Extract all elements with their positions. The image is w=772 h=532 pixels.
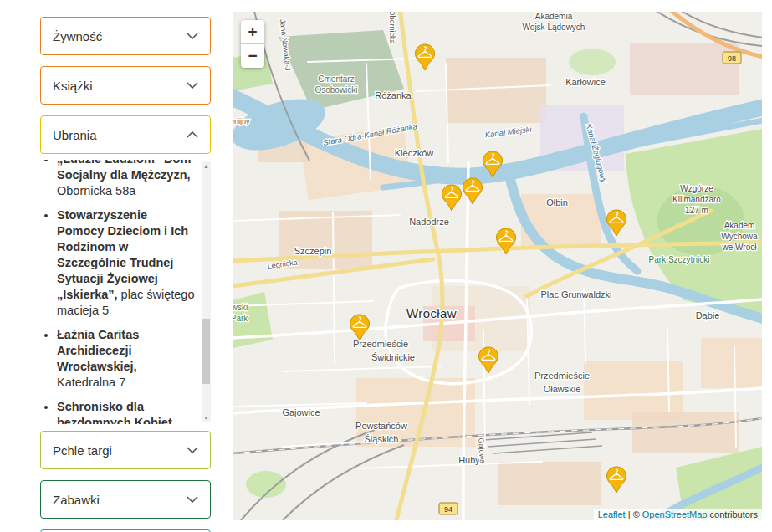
attribution-suffix: contributors [707, 509, 758, 519]
category-zywnosc[interactable]: Żywność [40, 17, 211, 55]
scroll-down-arrow-icon[interactable] [202, 413, 211, 422]
map-label: Karłowice [565, 77, 606, 87]
map-label-street: Jana Nowaka-J [279, 18, 292, 71]
map-label-street: Obornicka [388, 12, 396, 44]
map-label: Różanka [375, 90, 412, 100]
zoom-control: + − [241, 20, 264, 68]
clothing-marker[interactable] [414, 43, 436, 71]
clothes-hanger-icon [606, 466, 627, 494]
clothing-marker[interactable] [478, 346, 499, 374]
zoom-in-button[interactable]: + [241, 20, 264, 44]
zoom-out-button[interactable]: − [241, 44, 264, 68]
map-label: Nadodrze [409, 217, 449, 227]
clothing-marker[interactable] [349, 314, 371, 341]
category-label: Zabawki [53, 493, 100, 507]
clothes-hanger-icon [495, 228, 517, 255]
map-label: Park Szczytnicki [649, 255, 710, 264]
location-item[interactable]: „Ludzie Ludziom” Dom Socjalny dla Mężczy… [57, 160, 196, 199]
clothes-hanger-icon [414, 43, 436, 71]
category-label: Ubrania [53, 128, 97, 142]
clothes-hanger-icon [478, 346, 499, 374]
category-label: Żywność [53, 29, 102, 43]
map-canvas[interactable]: 98 94 Różanka Karłowice Kleczków Ołbin N… [233, 12, 762, 520]
category-label: Pchle targi [53, 443, 112, 458]
map-label: Osobowicki [314, 85, 357, 95]
map-label: Świdnickie [371, 352, 415, 362]
map-tiles: 98 94 Różanka Karłowice Kleczków Ołbin N… [233, 12, 762, 520]
location-item[interactable]: Schronisko dla bezdomnych Kobiet [57, 399, 196, 424]
scrollbar[interactable] [202, 161, 211, 422]
map-label: Kleczków [395, 148, 434, 158]
location-item[interactable]: Stowarzyszenie Pomocy Dzieciom i Ich Rod… [57, 207, 196, 319]
map-label: Huby [458, 455, 480, 465]
map-label-street: Gajowa [477, 437, 487, 463]
clothing-marker[interactable] [606, 466, 627, 494]
leaflet-link[interactable]: Leaflet [598, 509, 626, 519]
map-label: Powstańców [355, 421, 407, 431]
map-attribution: Leaflet | © OpenStreetMap contributors [594, 509, 762, 520]
map-label-water: Kanał Miejski [484, 125, 533, 140]
category-zabawki[interactable]: Zabawki [40, 480, 211, 519]
map-label: Ołbin [546, 197, 568, 207]
map-label: Plac Grunwaldzki [541, 289, 612, 299]
clothing-locations-viewport: „Ludzie Ludziom” Dom Socjalny dla Mężczy… [40, 160, 211, 424]
map-label: we Wrocł [722, 243, 758, 252]
clothing-marker[interactable] [495, 228, 517, 255]
map-label: Cmentarz [318, 74, 354, 84]
category-ubrania[interactable]: Ubrania [40, 115, 211, 154]
chevron-down-icon [187, 447, 198, 453]
map-label: Wychowa [721, 232, 758, 241]
map-label: Akadem [724, 221, 755, 230]
chevron-down-icon [187, 496, 198, 503]
osm-link[interactable]: OpenStreetMap [642, 509, 708, 519]
clothing-marker[interactable] [441, 184, 463, 212]
svg-text:98: 98 [728, 54, 736, 63]
map-label: Wzgórze [680, 184, 713, 193]
location-item[interactable]: Łaźnia Caritas Archidiecezji Wrocławskie… [57, 327, 196, 391]
map-label: Park [233, 314, 248, 323]
map-label: Szczepin [294, 246, 332, 256]
map-label: sławski [233, 303, 248, 312]
map-label: Kilimandżaro [672, 195, 721, 204]
chevron-down-icon [187, 33, 198, 39]
map-label: Śląskich [365, 434, 399, 444]
map-label: Oławskie [544, 384, 581, 394]
svg-text:94: 94 [444, 505, 452, 514]
clothes-hanger-icon [349, 314, 371, 341]
attribution-divider: | © [626, 509, 642, 519]
clothes-hanger-icon [462, 177, 483, 205]
map-label: Akademia [535, 12, 573, 21]
category-pchle-targi[interactable]: Pchle targi [40, 431, 211, 469]
clothing-locations-panel: „Ludzie Ludziom” Dom Socjalny dla Mężczy… [40, 160, 211, 424]
map-label: 127 m [685, 206, 708, 215]
map-label: Wojsk Lądowych [523, 23, 585, 32]
clothes-hanger-icon [482, 151, 504, 178]
map-label: Przedmieście [534, 371, 590, 381]
category-ksiazki[interactable]: Książki [40, 66, 211, 105]
map-label: Dąbie [696, 310, 720, 320]
category-label: Książki [53, 79, 93, 93]
clothes-hanger-icon [606, 209, 627, 237]
map-label: Gajowice [282, 407, 320, 417]
map-label-street: Most Milenijny [233, 117, 250, 125]
clothes-hanger-icon [441, 184, 463, 212]
scrollbar-thumb[interactable] [202, 319, 210, 384]
clothing-locations-list: „Ludzie Ludziom” Dom Socjalny dla Mężczy… [40, 160, 196, 424]
clothing-marker[interactable] [462, 177, 483, 205]
chevron-down-icon [187, 82, 198, 89]
scroll-up-arrow-icon[interactable] [202, 161, 211, 171]
map-label-city: Wrocław [406, 306, 457, 320]
clothing-marker[interactable] [482, 151, 504, 178]
clothing-marker[interactable] [606, 209, 627, 237]
chevron-up-icon [187, 131, 198, 138]
category-sidebar: Żywność Książki Ubrania „Ludzie Ludziom”… [40, 17, 211, 532]
